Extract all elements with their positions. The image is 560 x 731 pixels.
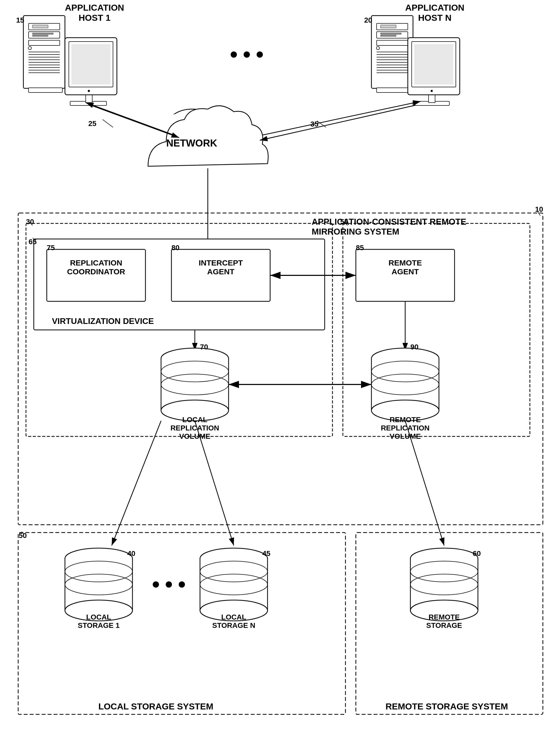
ref-50: 50 [19,531,27,540]
ref-30: 30 [26,218,34,226]
svg-rect-81 [161,358,229,410]
svg-rect-20 [70,101,106,105]
svg-rect-8 [29,40,60,45]
svg-rect-30 [381,33,401,34]
svg-rect-88 [371,358,439,410]
svg-point-25 [88,90,90,92]
replication-coordinator-label: REPLICATIONCOORDINATOR [52,258,140,276]
ref-40: 40 [127,549,135,558]
svg-point-60 [231,51,237,58]
svg-point-119 [410,574,478,595]
remote-storage-label: REMOTESTORAGE [410,613,478,630]
svg-rect-44 [413,101,449,105]
svg-line-65 [103,119,113,127]
virtualization-device-label: VIRTUALIZATION DEVICE [52,316,154,326]
svg-point-121 [153,581,159,588]
svg-rect-3 [29,23,60,30]
ref-55: 55 [340,218,348,226]
svg-point-112 [200,574,268,595]
ref-75: 75 [47,244,55,252]
ref-20: 20 [364,16,372,24]
svg-rect-19 [29,88,62,92]
svg-rect-6 [32,33,53,34]
svg-rect-21 [86,95,92,103]
remote-rep-vol-label: REMOTEREPLICATIONVOLUME [371,416,439,441]
svg-point-84 [161,361,229,382]
app-host-n-label: APPLICATIONHOST N [405,3,464,23]
svg-point-105 [65,574,132,595]
ref-45: 45 [262,549,270,558]
svg-rect-26 [371,16,413,88]
remote-agent-label: REMOTEAGENT [361,258,449,276]
svg-line-64 [86,103,174,135]
svg-point-49 [431,90,433,92]
svg-rect-2 [23,16,65,88]
ref-10: 10 [535,205,543,214]
svg-point-111 [200,561,268,582]
svg-rect-22 [65,38,117,95]
svg-rect-31 [381,35,396,36]
svg-rect-101 [65,559,132,610]
network-label: NETWORK [166,138,217,149]
svg-point-104 [65,561,132,582]
svg-rect-28 [381,25,396,28]
local-rep-vol-label: LOCALREPLICATIONVOLUME [161,416,229,441]
ref-35: 35 [310,120,318,128]
svg-point-118 [410,561,478,582]
svg-rect-32 [377,40,408,45]
svg-rect-47 [412,42,456,87]
svg-point-92 [371,374,439,395]
svg-rect-4 [32,25,48,28]
svg-line-63 [91,105,179,138]
svg-point-80 [161,348,229,369]
ref-15: 15 [16,16,24,24]
svg-rect-43 [377,88,410,92]
svg-point-114 [410,548,478,569]
svg-line-67 [262,101,421,135]
svg-rect-115 [410,559,478,610]
svg-point-91 [371,361,439,382]
svg-rect-71 [26,223,332,436]
svg-rect-23 [69,42,113,87]
svg-point-100 [65,548,132,569]
svg-point-85 [161,374,229,395]
local-storage-1-label: LOCALSTORAGE 1 [65,613,132,630]
svg-point-107 [200,548,268,569]
ref-60: 60 [473,549,481,558]
svg-point-62 [257,51,263,58]
svg-rect-29 [377,32,408,38]
ref-65: 65 [29,238,37,246]
ref-25: 25 [88,119,96,128]
svg-rect-48 [414,44,453,84]
diagram-container: APPLICATIONHOST 1 APPLICATIONHOST N 15 2… [0,0,560,731]
svg-rect-27 [377,23,408,30]
svg-point-42 [376,46,379,50]
main-system-label: APPLICATION-CONSISTENT REMOTEMIRRORING S… [312,217,466,237]
remote-storage-system-label: REMOTE STORAGE SYSTEM [358,701,535,712]
local-storage-n-label: LOCALSTORAGE N [200,613,268,630]
svg-line-66 [260,105,416,140]
ref-85: 85 [356,244,364,252]
svg-rect-5 [29,32,60,38]
app-host-1-label: APPLICATIONHOST 1 [65,3,124,23]
svg-rect-7 [32,35,48,36]
ref-90: 90 [410,343,418,351]
svg-point-18 [28,46,31,50]
svg-rect-45 [429,95,435,103]
ref-80: 80 [171,244,179,252]
svg-point-87 [371,348,439,369]
svg-point-61 [244,51,250,58]
svg-point-122 [166,581,172,588]
svg-point-123 [179,581,185,588]
svg-line-97 [112,421,161,546]
ref-70: 70 [200,343,208,351]
svg-rect-24 [71,44,110,84]
svg-rect-46 [408,38,460,95]
svg-rect-72 [343,223,530,436]
intercept-agent-label: INTERCEPTAGENT [177,258,265,276]
svg-rect-108 [200,559,268,610]
local-storage-system-label: LOCAL STORAGE SYSTEM [39,701,273,712]
